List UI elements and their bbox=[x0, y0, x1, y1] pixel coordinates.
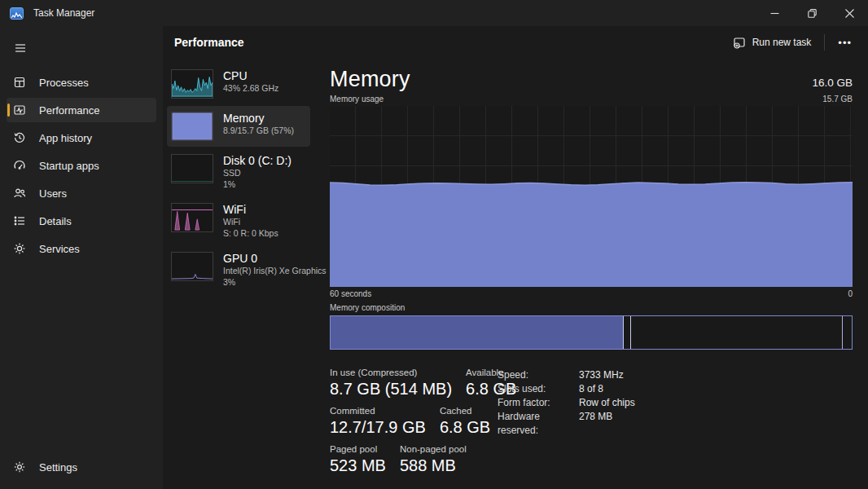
perf-item-title: Disk 0 (C: D:) bbox=[223, 154, 292, 168]
details-icon bbox=[13, 214, 26, 227]
sidebar-item-label: App history bbox=[39, 132, 92, 144]
perf-item-wifi[interactable]: WiFi WiFi S: 0 R: 0 Kbps bbox=[167, 197, 310, 244]
perf-item-memory[interactable]: Memory 8.9/15.7 GB (57%) bbox=[167, 106, 310, 147]
perf-item-title: WiFi bbox=[223, 203, 278, 217]
composition-standby-segment[interactable] bbox=[631, 316, 843, 349]
sidebar-item-label: Services bbox=[39, 243, 80, 255]
stat-speed: Speed: 3733 MHz bbox=[498, 368, 635, 382]
stat-value: 6.8 GB bbox=[440, 418, 490, 437]
run-new-task-button[interactable]: Run new task bbox=[725, 31, 820, 54]
perf-item-title: CPU bbox=[223, 69, 278, 83]
stat-label: Hardware reserved: bbox=[498, 410, 579, 438]
sidebar-item-services[interactable]: Services bbox=[7, 236, 156, 261]
stat-form-factor: Form factor: Row of chips bbox=[498, 396, 635, 410]
stat-label: Committed bbox=[330, 406, 426, 416]
page-title: Performance bbox=[174, 36, 244, 49]
task-manager-window: Task Manager Processes bbox=[0, 0, 868, 489]
stat-label: Form factor: bbox=[498, 396, 579, 410]
main-content: Performance Run new task ••• bbox=[163, 26, 868, 489]
processes-icon bbox=[13, 76, 26, 89]
close-button[interactable] bbox=[831, 0, 868, 26]
run-new-task-label: Run new task bbox=[752, 37, 812, 48]
usage-axis-label: Memory usage bbox=[330, 95, 384, 104]
performance-icon bbox=[13, 104, 26, 117]
stat-label: Paged pool bbox=[330, 444, 386, 454]
memory-thumbnail-chart bbox=[171, 112, 213, 141]
time-axis-zero: 0 bbox=[848, 289, 853, 298]
stat-value: Row of chips bbox=[579, 396, 635, 410]
app-history-icon bbox=[13, 131, 26, 144]
perf-item-subtitle2: 1% bbox=[223, 179, 292, 191]
perf-item-gpu[interactable]: GPU 0 Intel(R) Iris(R) Xe Graphics 3% bbox=[167, 246, 310, 293]
memory-stats-hardware: Speed: 3733 MHz Slots used: 8 of 8 Form … bbox=[498, 368, 635, 482]
ellipsis-icon: ••• bbox=[838, 37, 852, 49]
stat-value: 8 of 8 bbox=[579, 382, 603, 396]
restore-button[interactable] bbox=[793, 0, 831, 26]
memory-composition-bar[interactable] bbox=[330, 315, 853, 350]
selected-indicator bbox=[7, 104, 10, 117]
sidebar-item-startup-apps[interactable]: Startup apps bbox=[7, 153, 156, 178]
stat-hardware-reserved: Hardware reserved: 278 MB bbox=[498, 410, 635, 438]
stat-label: In use (Compressed) bbox=[330, 368, 452, 377]
stat-paged-pool: Paged pool 523 MB bbox=[330, 444, 386, 475]
sidebar-item-processes[interactable]: Processes bbox=[7, 70, 156, 95]
sidebar-item-label: Details bbox=[39, 215, 72, 227]
stat-value: 12.7/17.9 GB bbox=[330, 418, 426, 437]
stat-slots-used: Slots used: 8 of 8 bbox=[498, 382, 635, 396]
sidebar-item-label: Performance bbox=[39, 104, 99, 117]
content-header: Performance Run new task ••• bbox=[163, 26, 868, 59]
perf-item-subtitle2: 3% bbox=[223, 277, 310, 289]
composition-modified-segment[interactable] bbox=[624, 316, 631, 349]
memory-usage-area bbox=[330, 183, 853, 287]
composition-free-segment[interactable] bbox=[843, 316, 852, 349]
detail-title: Memory bbox=[330, 67, 410, 92]
sidebar-item-app-history[interactable]: App history bbox=[7, 126, 156, 150]
hamburger-icon bbox=[14, 42, 27, 55]
perf-item-subtitle: Intel(R) Iris(R) Xe Graphics bbox=[223, 266, 310, 277]
stat-cached: Cached 6.8 GB bbox=[440, 406, 490, 437]
users-icon bbox=[13, 187, 26, 200]
sidebar-item-label: Startup apps bbox=[39, 160, 99, 172]
stat-label: Speed: bbox=[498, 368, 579, 382]
memory-detail-panel: Memory 16.0 GB Memory usage 15.7 GB bbox=[318, 59, 868, 489]
stat-label: Cached bbox=[440, 406, 490, 416]
settings-gear-icon bbox=[13, 460, 26, 474]
perf-item-title: GPU 0 bbox=[223, 252, 310, 266]
perf-item-subtitle: SSD bbox=[223, 168, 292, 179]
performance-metric-list: CPU 43% 2.68 GHz Memory 8.9/15.7 GB bbox=[163, 59, 318, 489]
sidebar-item-users[interactable]: Users bbox=[7, 181, 156, 205]
gpu-thumbnail-chart bbox=[171, 252, 213, 281]
composition-in-use-segment[interactable] bbox=[331, 316, 624, 349]
sidebar-item-details[interactable]: Details bbox=[7, 209, 156, 233]
wifi-thumbnail-chart bbox=[171, 203, 213, 232]
new-task-icon bbox=[733, 36, 746, 49]
memory-stats-primary: In use (Compressed) 8.7 GB (514 MB) Avai… bbox=[330, 368, 498, 482]
header-divider bbox=[824, 34, 825, 51]
more-options-button[interactable]: ••• bbox=[830, 33, 860, 52]
stat-value: 523 MB bbox=[330, 456, 386, 475]
stat-value: 588 MB bbox=[400, 456, 467, 475]
cpu-thumbnail-chart bbox=[171, 69, 213, 99]
stat-value: 8.7 GB (514 MB) bbox=[330, 380, 452, 399]
navigation-sidebar: Processes Performance App history bbox=[0, 26, 163, 489]
sidebar-item-performance[interactable]: Performance bbox=[7, 98, 156, 122]
stat-value: 278 MB bbox=[579, 410, 612, 438]
sidebar-item-label: Processes bbox=[39, 77, 89, 89]
memory-total: 16.0 GB bbox=[812, 77, 853, 89]
perf-item-cpu[interactable]: CPU 43% 2.68 GHz bbox=[167, 64, 310, 104]
hamburger-menu-button[interactable] bbox=[7, 36, 34, 60]
minimize-button[interactable] bbox=[756, 0, 793, 26]
stat-committed: Committed 12.7/17.9 GB bbox=[330, 406, 426, 437]
startup-apps-icon bbox=[13, 159, 26, 172]
window-title: Task Manager bbox=[33, 7, 94, 19]
sidebar-item-settings[interactable]: Settings bbox=[7, 455, 156, 479]
memory-stats: In use (Compressed) 8.7 GB (514 MB) Avai… bbox=[330, 368, 853, 482]
stat-label: Non-paged pool bbox=[400, 444, 467, 454]
perf-item-subtitle: WiFi bbox=[223, 217, 278, 228]
memory-usage-chart[interactable] bbox=[330, 106, 853, 287]
app-logo-icon bbox=[10, 7, 24, 20]
stat-in-use: In use (Compressed) 8.7 GB (514 MB) bbox=[330, 368, 452, 399]
memory-composition-label: Memory composition bbox=[330, 303, 853, 312]
perf-item-disk[interactable]: Disk 0 (C: D:) SSD 1% bbox=[167, 148, 310, 196]
sidebar-item-label: Settings bbox=[39, 461, 77, 474]
